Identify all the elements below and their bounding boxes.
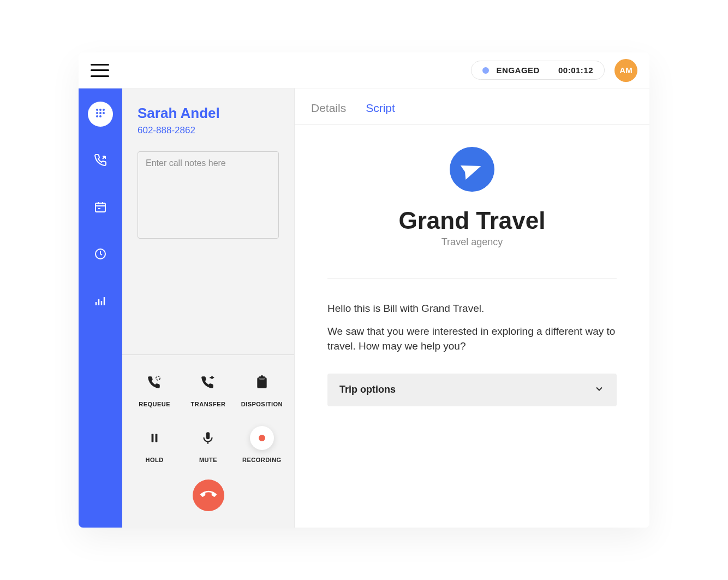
sidebar-item-calendar[interactable] (88, 196, 113, 221)
mic-icon (196, 426, 220, 450)
script-line: Hello this is Bill with Grand Travel. (327, 301, 617, 316)
hangup-button[interactable] (193, 480, 224, 511)
transfer-icon (196, 370, 220, 394)
svg-point-2 (103, 109, 105, 111)
brand-header: Grand Travel Travel agency (327, 147, 617, 248)
caller-name: Sarah Andel (138, 105, 279, 122)
transfer-label: TRANSFER (191, 401, 226, 407)
sidebar-item-clock[interactable] (88, 242, 113, 268)
call-controls: REQUEUE TRANSFER DISPOSITION (122, 354, 294, 528)
menu-button[interactable] (91, 64, 109, 77)
recording-label: RECORDING (242, 457, 282, 463)
brand-title: Grand Travel (398, 207, 545, 234)
svg-point-5 (103, 112, 105, 114)
disposition-button[interactable]: DISPOSITION (235, 370, 289, 407)
dialpad-icon (94, 106, 107, 122)
dropdown-label: Trip options (339, 384, 396, 395)
status-timer: 00:01:12 (558, 66, 593, 75)
phone-arrow-icon (94, 153, 107, 169)
calendar-icon (94, 200, 107, 216)
svg-rect-12 (156, 434, 158, 442)
svg-point-7 (99, 115, 102, 117)
recording-button[interactable]: RECORDING (235, 426, 289, 463)
topbar: ENGAGED 00:01:12 AM (79, 52, 649, 88)
sidebar-item-call-log[interactable] (88, 149, 113, 174)
avatar[interactable]: AM (614, 59, 637, 82)
status-pill[interactable]: ENGAGED 00:01:12 (471, 61, 605, 80)
script-text: Hello this is Bill with Grand Travel. We… (327, 301, 617, 354)
trip-options-dropdown[interactable]: Trip options (327, 374, 617, 406)
brand-subtitle: Travel agency (441, 236, 503, 248)
pause-icon (142, 426, 166, 450)
svg-point-1 (99, 109, 102, 111)
disposition-label: DISPOSITION (241, 401, 283, 407)
clock-icon (94, 247, 107, 263)
sidebar-item-stats[interactable] (88, 289, 113, 315)
status-label: ENGAGED (497, 66, 540, 75)
svg-rect-8 (96, 203, 105, 212)
app-window: ENGAGED 00:01:12 AM (79, 52, 649, 528)
script-line: We saw that you were interested in explo… (327, 324, 617, 354)
caller-phone: 602-888-2862 (138, 125, 279, 136)
tab-details[interactable]: Details (311, 102, 346, 115)
call-notes-input[interactable] (138, 151, 279, 239)
bar-chart-icon (94, 294, 107, 310)
status-dot-icon (482, 67, 489, 74)
avatar-initials: AM (619, 66, 632, 75)
requeue-icon (142, 370, 166, 394)
sidebar-item-dialpad[interactable] (88, 102, 113, 127)
topbar-right: ENGAGED 00:01:12 AM (471, 59, 637, 82)
hangup-icon (200, 486, 217, 505)
call-panel: Sarah Andel 602-888-2862 REQUEUE (122, 88, 295, 528)
divider (327, 279, 617, 279)
tabs: Details Script (295, 88, 649, 125)
svg-point-3 (96, 112, 98, 114)
plane-icon (450, 147, 494, 192)
svg-point-0 (96, 109, 98, 111)
sidebar (79, 88, 122, 528)
svg-point-4 (99, 112, 102, 114)
clipboard-icon (250, 370, 274, 394)
mute-button[interactable]: MUTE (181, 426, 235, 463)
main-panel: Details Script Grand Travel Travel agenc… (295, 88, 649, 528)
requeue-button[interactable]: REQUEUE (128, 370, 181, 407)
tab-script[interactable]: Script (366, 102, 395, 115)
requeue-label: REQUEUE (139, 401, 170, 407)
svg-point-6 (96, 115, 98, 117)
recording-icon (250, 426, 274, 450)
chevron-down-icon (594, 383, 605, 396)
svg-rect-11 (152, 434, 154, 442)
hold-button[interactable]: HOLD (128, 426, 181, 463)
transfer-button[interactable]: TRANSFER (181, 370, 235, 407)
hold-label: HOLD (146, 457, 164, 463)
mute-label: MUTE (199, 457, 217, 463)
